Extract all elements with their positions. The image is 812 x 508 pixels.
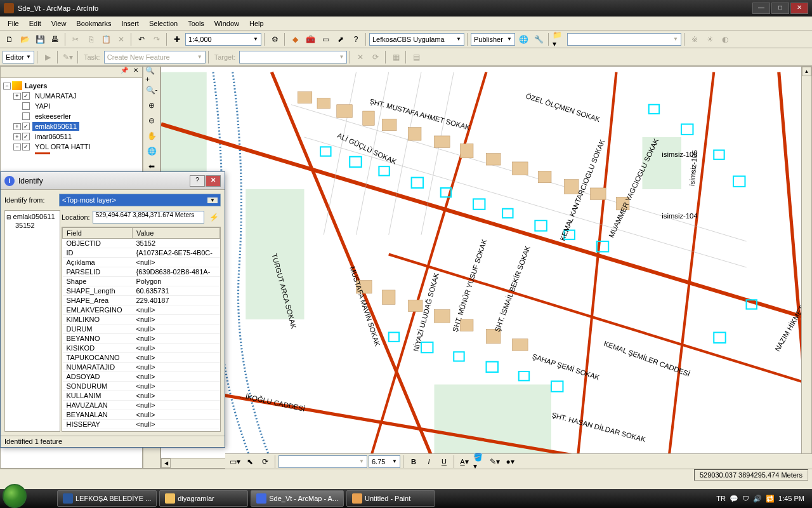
layer-emlak[interactable]: emlak050611	[32, 122, 79, 131]
sketch-properties-icon[interactable]: ▤	[409, 50, 423, 64]
sketch-tool[interactable]: ✎▾	[61, 50, 75, 64]
print-button[interactable]: 🖶	[48, 32, 62, 46]
minimize-button[interactable]: —	[752, 3, 770, 14]
lang-indicator[interactable]: TR	[716, 495, 726, 502]
attributes-icon[interactable]: ▦	[389, 50, 403, 64]
identify-help-button[interactable]: ?	[190, 175, 205, 187]
scroll-left-icon[interactable]: ◀	[161, 458, 171, 468]
tree-expand-icon[interactable]: +	[13, 133, 21, 140]
arctoolbox-button[interactable]: 🧰	[303, 32, 317, 46]
geoprocessing-button[interactable]: 📁▾	[552, 32, 566, 46]
menu-view[interactable]: View	[46, 18, 72, 29]
select-elements-icon[interactable]: ⬉	[243, 455, 257, 469]
tree-expand-icon[interactable]: −	[3, 83, 11, 90]
open-button[interactable]: 📂	[18, 32, 32, 46]
identify-titlebar[interactable]: i Identify ? ✕	[1, 172, 225, 190]
task-item-arcmap[interactable]: Sde_Vt - ArcMap - A...	[251, 490, 344, 507]
attr-row[interactable]: BEYANALAN<null>	[63, 410, 220, 420]
attr-row[interactable]: HISSEPAY<null>	[63, 420, 220, 429]
clock[interactable]: 1:45 PM	[778, 495, 804, 502]
menu-insert[interactable]: Insert	[116, 18, 144, 29]
tree-expand-icon[interactable]: +	[13, 123, 21, 130]
menu-help[interactable]: Help	[244, 18, 269, 29]
sketch-props-icon[interactable]: ✕	[353, 50, 367, 64]
add-data-button[interactable]: ✚	[170, 32, 184, 46]
full-extent-icon[interactable]: 🌐	[145, 144, 159, 158]
pan-icon[interactable]: ✋	[145, 129, 159, 143]
map-canvas[interactable]: ŞHT. MUSTAFA AHMET SOKAK ÖZEL ÖLÇMEN SOK…	[160, 66, 812, 469]
attr-row[interactable]: ShapePolygon	[63, 277, 220, 286]
attr-row[interactable]: SONDURUM<null>	[63, 382, 220, 391]
map-scroll-vertical[interactable]: ▲	[801, 67, 811, 458]
scroll-up-icon[interactable]: ▲	[802, 67, 811, 76]
tray-icon[interactable]: 🔊	[753, 495, 762, 503]
editor-menu[interactable]: Editor ▼	[3, 51, 34, 64]
attr-row[interactable]: HAVUZALAN<null>	[63, 401, 220, 410]
layer-imar[interactable]: imar060511	[32, 132, 74, 141]
tray-icon[interactable]: 🔁	[766, 495, 775, 503]
menu-edit[interactable]: Edit	[24, 18, 46, 29]
start-button[interactable]	[3, 484, 27, 508]
rotate-icon[interactable]: ⟳	[369, 50, 383, 64]
attr-row[interactable]: Açıklama<null>	[63, 258, 220, 267]
location-input[interactable]: 529,494.647 3,894,371.674 Meters	[93, 211, 204, 224]
target-combo[interactable]: ▼	[239, 51, 347, 64]
task-item-paint[interactable]: Untitled - Paint	[346, 490, 435, 507]
close-button[interactable]: ✕	[790, 3, 808, 14]
task-combo[interactable]: Create New Feature ▼	[104, 51, 206, 64]
underline-button[interactable]: U	[437, 455, 451, 469]
tray-icon[interactable]: 💬	[730, 495, 738, 503]
attr-row[interactable]: HISSEPAYDA<null>	[63, 429, 220, 432]
menu-file[interactable]: File	[3, 18, 24, 29]
layer-checkbox[interactable]	[22, 112, 30, 120]
attr-row[interactable]: OBJECTID35152	[63, 239, 220, 248]
save-button[interactable]: 💾	[33, 32, 47, 46]
zoom-in-icon[interactable]: 🔍+	[145, 68, 159, 82]
toc-pushpin-icon[interactable]: 📌	[118, 67, 131, 77]
attr-row[interactable]: KISIKOD<null>	[63, 344, 220, 353]
attr-row[interactable]: BEYANNO<null>	[63, 334, 220, 344]
system-tray[interactable]: TR 💬 🛡 🔊 🔁 1:45 PM	[711, 495, 809, 503]
help-button[interactable]: ?	[349, 32, 363, 46]
line-color-button[interactable]: ✎▾	[488, 455, 502, 469]
zoom-out-icon[interactable]: 🔍-	[145, 83, 159, 97]
attr-row[interactable]: DURUM<null>	[63, 324, 220, 334]
attr-row[interactable]: EMLAKVERGINO<null>	[63, 305, 220, 315]
attr-row[interactable]: NUMARATAJID<null>	[63, 363, 220, 372]
attr-row[interactable]: SHAPE_Length60.635731	[63, 286, 220, 296]
copy-button[interactable]: ⎘	[84, 32, 98, 46]
attribute-table[interactable]: Field Value OBJECTID35152ID{A1073EA2-6E7…	[62, 227, 221, 432]
fixed-zoom-in-icon[interactable]: ⊕	[145, 98, 159, 112]
layer-eskeeserler[interactable]: eskeeserler	[32, 112, 74, 121]
layer-checkbox[interactable]: ✓	[22, 143, 30, 150]
attr-row[interactable]: ID{A1073EA2-6E75-4B0C-	[63, 248, 220, 258]
command-line-button[interactable]: ▭	[318, 32, 332, 46]
maximize-button[interactable]: □	[771, 3, 789, 14]
fill-color-button[interactable]: 🪣▾	[473, 455, 487, 469]
layer-yapi[interactable]: YAPI	[32, 102, 53, 110]
tree-expand-icon[interactable]: +	[13, 93, 21, 100]
identify-tree[interactable]: ⊟ emlak050611 35152	[4, 210, 60, 432]
edit-tool[interactable]: ▶	[41, 50, 55, 64]
layer-checkbox[interactable]: ✓	[22, 123, 30, 130]
tray-icon[interactable]: 🛡	[742, 495, 749, 502]
font-size-combo[interactable]: 6.75 ▼	[369, 455, 400, 468]
menu-window[interactable]: Window	[209, 18, 244, 29]
layer-numarataj[interactable]: NUMARATAJ	[32, 91, 79, 100]
marker-color-button[interactable]: ●▾	[503, 455, 517, 469]
publisher-menu[interactable]: Publisher ▼	[471, 33, 515, 46]
delete-button[interactable]: ✕	[114, 32, 128, 46]
arccatalog-button[interactable]: ◆	[288, 32, 302, 46]
paste-button[interactable]: 📋	[99, 32, 113, 46]
redo-button[interactable]: ↷	[150, 32, 164, 46]
cut-button[interactable]: ✂	[69, 32, 82, 46]
layer-checkbox[interactable]: ✓	[22, 92, 30, 100]
task-item-word[interactable]: LEFKOŞA BELEDİYE ...	[57, 490, 157, 507]
identify-from-combo[interactable]: <Top-most layer> ▼	[59, 194, 221, 206]
italic-button[interactable]: I	[422, 455, 436, 469]
identify-close-button[interactable]: ✕	[206, 175, 221, 187]
layer-yol[interactable]: YOL ORTA HATTI	[32, 142, 93, 151]
tree-expand-icon[interactable]: −	[13, 144, 21, 150]
layer-checkbox[interactable]	[22, 102, 30, 110]
flash-button[interactable]: ⚡	[207, 210, 221, 224]
